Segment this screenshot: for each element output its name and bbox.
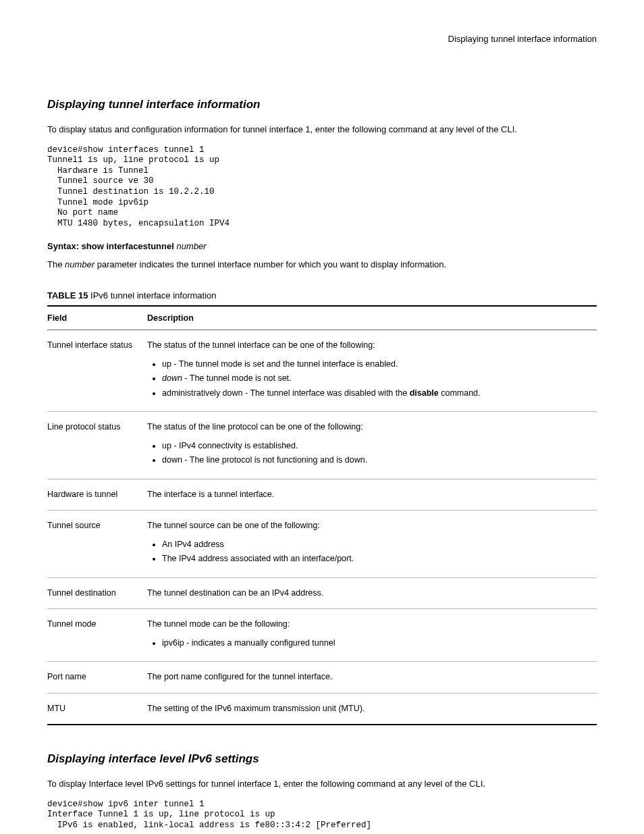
section1-intro: To display status and configuration info… (47, 124, 597, 136)
list-item: An IPv4 address (162, 539, 591, 551)
text: parameter indicates the tunnel interface… (95, 259, 446, 269)
table-row: Tunnel source The tunnel source can be o… (47, 511, 597, 578)
table-row: Tunnel interface status The status of th… (47, 330, 597, 412)
table-row: MTU The setting of the IPv6 maximum tran… (47, 693, 597, 725)
list: up - IPv4 connectivity is established. d… (147, 440, 591, 467)
cell-desc: The tunnel source can be one of the foll… (147, 511, 597, 578)
cell-desc: The interface is a tunnel interface. (147, 479, 597, 511)
section-title-2: Displaying interface level IPv6 settings (47, 752, 597, 766)
cell-desc: The port name configured for the tunnel … (147, 662, 597, 694)
text: The tunnel mode can be the following: (147, 619, 290, 629)
code-block-1: device#show interfaces tunnel 1 Tunnel1 … (47, 145, 597, 230)
table-number: TABLE 15 (47, 290, 88, 301)
cell-field: Tunnel interface status (47, 330, 147, 412)
table-row: Tunnel destination The tunnel destinatio… (47, 577, 597, 609)
text: The status of the tunnel interface can b… (147, 340, 375, 350)
table-row: Hardware is tunnel The interface is a tu… (47, 479, 597, 511)
cell-desc: The setting of the IPv6 maximum transmis… (147, 693, 597, 725)
text: command. (439, 388, 481, 398)
running-header: Displaying tunnel interface information (47, 34, 597, 44)
list-item: down - The tunnel mode is not set. (162, 373, 591, 385)
text: administratively down - The tunnel inter… (162, 388, 410, 398)
th-field: Field (47, 307, 147, 330)
table-caption: IPv6 tunnel interface information (88, 290, 216, 301)
cell-desc: The status of the line protocol can be o… (147, 412, 597, 479)
cell-desc: The tunnel mode can be the following: ip… (147, 609, 597, 662)
list-item: up - The tunnel mode is set and the tunn… (162, 359, 591, 371)
cell-field: Tunnel mode (47, 609, 147, 662)
cell-field: MTU (47, 693, 147, 725)
text: The (47, 259, 65, 269)
param-word: number (65, 259, 95, 269)
cell-field: Tunnel destination (47, 577, 147, 609)
table-ipv6-tunnel-info: Field Description Tunnel interface statu… (47, 305, 597, 725)
table-row: Port name The port name configured for t… (47, 662, 597, 694)
syntax-line: Syntax: show interfacestunnel number (47, 240, 597, 253)
word: down (162, 373, 182, 383)
syntax-lead: Syntax: show interfacestunnel (47, 241, 174, 251)
cell-field: Line protocol status (47, 412, 147, 479)
table-row: Line protocol status The status of the l… (47, 412, 597, 479)
list-item: up - IPv4 connectivity is established. (162, 440, 591, 452)
cell-field: Tunnel source (47, 511, 147, 578)
list: up - The tunnel mode is set and the tunn… (147, 359, 591, 400)
word: disable (410, 388, 439, 398)
list: An IPv4 address The IPv4 address associa… (147, 539, 591, 565)
cell-desc: The status of the tunnel interface can b… (147, 330, 597, 412)
cell-field: Hardware is tunnel (47, 479, 147, 511)
table-title: TABLE 15 IPv6 tunnel interface informati… (47, 290, 597, 302)
table-row: Tunnel mode The tunnel mode can be the f… (47, 609, 597, 662)
text: The status of the line protocol can be o… (147, 422, 363, 432)
list-item: down - The line protocol is not function… (162, 454, 591, 467)
section2-intro: To display Interface level IPv6 settings… (47, 778, 597, 790)
text: - The tunnel mode is not set. (182, 373, 292, 383)
param-description: The number parameter indicates the tunne… (47, 259, 597, 271)
syntax-param: number (176, 241, 206, 251)
cell-desc: The tunnel destination can be an IPv4 ad… (147, 577, 597, 609)
th-description: Description (147, 307, 597, 330)
section-title-1: Displaying tunnel interface information (47, 98, 597, 111)
text: The tunnel source can be one of the foll… (147, 521, 320, 530)
list-item: The IPv4 address associated with an inte… (162, 553, 591, 565)
list: ipv6ip - indicates a manually configured… (147, 637, 591, 650)
cell-field: Port name (47, 662, 147, 694)
list-item: ipv6ip - indicates a manually configured… (162, 637, 591, 650)
code-block-2: device#show ipv6 inter tunnel 1 Interfac… (47, 800, 597, 831)
list-item: administratively down - The tunnel inter… (162, 388, 591, 400)
